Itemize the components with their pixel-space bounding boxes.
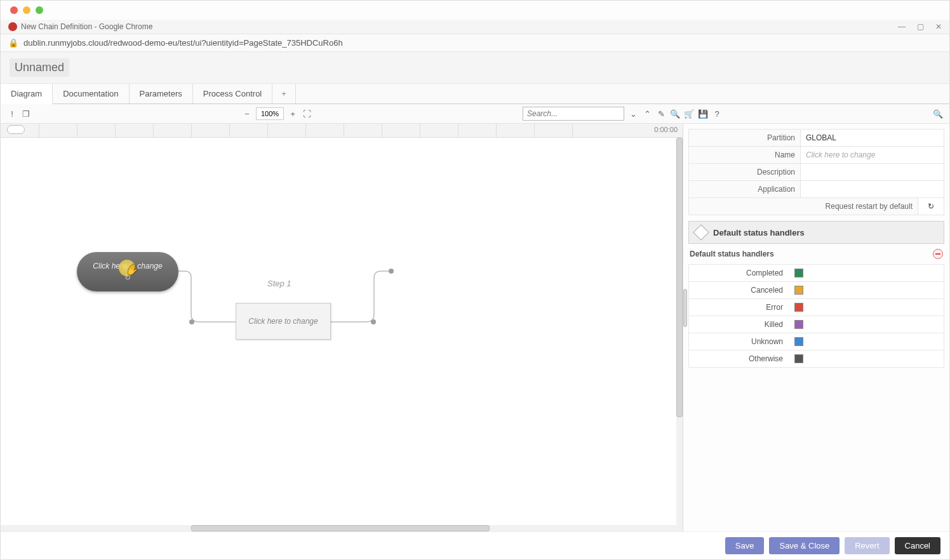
page-title-bar: Unnamed [1, 52, 949, 84]
cart-icon[interactable]: 🛒 [684, 109, 694, 119]
zoom-target-icon[interactable]: 🔍 [670, 109, 680, 119]
section-title: Default status handlers [713, 228, 805, 237]
cancel-button[interactable]: Cancel [895, 537, 940, 554]
step-1-label: Step 1 [267, 279, 291, 288]
status-row-killed[interactable]: Killed [688, 316, 944, 333]
prop-description-label: Description [689, 164, 801, 180]
zoom-out-icon[interactable]: − [242, 109, 252, 119]
status-label: Canceled [689, 282, 788, 298]
lock-icon: 🔒 [8, 38, 18, 48]
connector-dot-end[interactable] [389, 269, 394, 274]
revert-button[interactable]: Revert [845, 537, 889, 554]
save-close-button[interactable]: Save & Close [769, 537, 840, 554]
prop-application-value[interactable] [801, 181, 944, 197]
find-icon[interactable]: 🔍 [933, 109, 943, 119]
save-icon[interactable]: 💾 [698, 109, 708, 119]
section-default-status-handlers[interactable]: Default status handlers [688, 221, 944, 244]
status-label: Error [689, 299, 788, 316]
zoom-input[interactable] [256, 107, 284, 120]
save-button[interactable]: Save [725, 537, 765, 554]
browser-titlebar: New Chain Definition - Google Chrome — ▢… [1, 20, 949, 34]
diagram-canvas-area: 0:00:00 [1, 124, 683, 531]
tab-documentation[interactable]: Documentation [53, 84, 129, 103]
prop-partition-label: Partition [689, 130, 801, 146]
status-action-cell[interactable] [806, 265, 944, 281]
status-label: Otherwise [689, 350, 788, 367]
status-swatch [788, 265, 806, 281]
prop-restart-label: Request restart by default [689, 198, 918, 215]
status-row-completed[interactable]: Completed [688, 264, 944, 282]
help-icon[interactable]: ? [712, 109, 722, 119]
search-up-icon[interactable]: ⌃ [642, 109, 652, 119]
window-maximize-icon[interactable]: ▢ [917, 22, 924, 31]
ruler-time: 0:00:00 [654, 126, 678, 133]
validate-icon[interactable]: ! [7, 109, 17, 119]
prop-name-value[interactable]: Click here to change [801, 147, 944, 163]
search-input[interactable] [523, 107, 624, 121]
diagram-canvas[interactable]: Click here to change ↻ ✋ Step 1 Click he… [1, 138, 683, 531]
prop-application-label: Application [689, 181, 801, 197]
prop-application[interactable]: Application [688, 180, 944, 198]
status-label: Completed [689, 265, 788, 281]
status-row-unknown[interactable]: Unknown [688, 333, 944, 350]
tab-diagram[interactable]: Diagram [1, 84, 53, 104]
address-bar[interactable]: 🔒 dublin.runmyjobs.cloud/redwood-demo-eu… [1, 34, 949, 52]
tab-parameters[interactable]: Parameters [130, 84, 193, 103]
favicon [8, 22, 17, 31]
window-minimize-icon[interactable]: — [898, 22, 906, 31]
restart-toggle-icon[interactable]: ↻ [918, 198, 944, 215]
prop-partition-value[interactable]: GLOBAL [801, 130, 944, 146]
window-minimize-dot[interactable] [23, 6, 30, 14]
ruler-handle[interactable] [7, 125, 25, 134]
page-title[interactable]: Unnamed [10, 58, 69, 77]
zoom-in-icon[interactable]: + [288, 109, 298, 119]
vertical-scrollbar-thumb[interactable] [676, 138, 683, 417]
edit-icon[interactable]: ✎ [656, 109, 666, 119]
delete-icon[interactable] [933, 249, 943, 259]
timeline-ruler[interactable]: 0:00:00 [1, 124, 683, 138]
status-label: Unknown [689, 333, 788, 350]
prop-partition[interactable]: Partition GLOBAL [688, 129, 944, 147]
cursor-icon: ✋ [125, 263, 138, 276]
status-swatch [788, 299, 806, 316]
status-row-otherwise[interactable]: Otherwise [688, 350, 944, 368]
status-action-cell[interactable] [806, 282, 944, 298]
prop-name[interactable]: Name Click here to change [688, 146, 944, 164]
status-row-error[interactable]: Error [688, 298, 944, 316]
start-node[interactable]: Click here to change ↻ ✋ [77, 252, 178, 291]
step-1-box[interactable]: Click here to change [236, 303, 331, 340]
status-swatch [788, 282, 806, 298]
tab-add[interactable]: + [272, 84, 296, 103]
prop-name-label: Name [689, 147, 801, 163]
diamond-icon [693, 224, 709, 240]
window-zoom-dot[interactable] [36, 6, 43, 14]
prop-restart[interactable]: Request restart by default ↻ [688, 197, 944, 215]
status-action-cell[interactable] [806, 350, 944, 367]
tab-process-control[interactable]: Process Control [193, 84, 272, 103]
window-title: New Chain Definition - Google Chrome [21, 22, 152, 31]
prop-description-value[interactable] [801, 164, 944, 180]
connector-dot-left[interactable] [189, 319, 194, 324]
fullscreen-icon[interactable]: ⛶ [302, 109, 312, 119]
horizontal-scrollbar-thumb[interactable] [191, 525, 490, 531]
layers-icon[interactable]: ❐ [21, 109, 31, 119]
step-1-box-text: Click here to change [248, 317, 318, 326]
connector-dot-right[interactable] [371, 319, 376, 324]
status-action-cell[interactable] [806, 316, 944, 333]
url-text: dublin.runmyjobs.cloud/redwood-demo-eu/t… [23, 38, 343, 48]
window-close-icon[interactable]: ✕ [935, 22, 942, 31]
status-row-canceled[interactable]: Canceled [688, 281, 944, 299]
search-down-icon[interactable]: ⌄ [628, 109, 638, 119]
splitter-handle[interactable] [683, 289, 687, 327]
status-action-cell[interactable] [806, 299, 944, 316]
status-swatch [788, 333, 806, 350]
footer: Save Save & Close Revert Cancel [1, 531, 949, 559]
status-action-cell[interactable] [806, 333, 944, 350]
window-close-dot[interactable] [10, 6, 18, 14]
tabbar: Diagram Documentation Parameters Process… [1, 84, 949, 104]
status-swatch [788, 350, 806, 367]
prop-description[interactable]: Description [688, 163, 944, 181]
status-swatch [788, 316, 806, 333]
connectors [1, 138, 683, 531]
status-label: Killed [689, 316, 788, 333]
